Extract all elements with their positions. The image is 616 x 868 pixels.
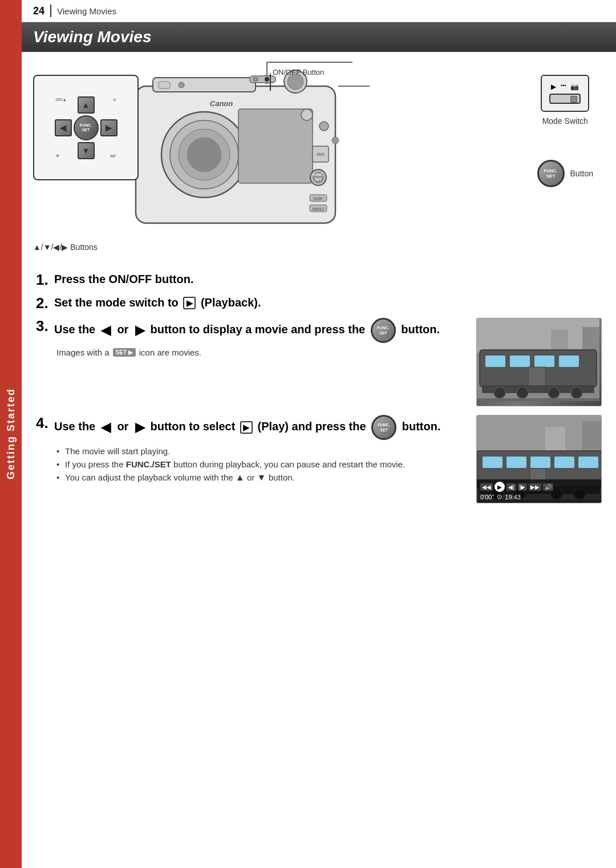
on-off-connector-v <box>270 74 271 91</box>
camera-body-svg: ISO FUNC. SET DISP. MENU Canon <box>102 58 398 246</box>
svg-text:MENU: MENU <box>313 207 325 211</box>
step3-image-part: SET ▶▶ <box>476 318 602 406</box>
main-content: 24 Viewing Movies Viewing Movies ▲ ▼ ◀ ▶… <box>22 0 616 509</box>
sidebar: Getting Started <box>0 0 22 868</box>
page-divider <box>50 5 51 17</box>
remaining-time: 19:43 <box>505 494 521 500</box>
step3-or: or <box>117 323 128 336</box>
step3-func-set-icon: FUNC.SET <box>371 318 396 343</box>
svg-point-48 <box>548 387 560 398</box>
svg-rect-60 <box>530 457 550 468</box>
camera-illustration: ▲ ▼ ◀ ▶ FUNC.SET ISO▲ ⊙ ⊕ MF <box>33 63 605 257</box>
frame-back-btn: ◀| <box>506 483 516 491</box>
step3-bullet: Images with a SET ▶ icon are movies. <box>36 348 465 357</box>
step3-bullet-post: icon are movies. <box>139 348 201 357</box>
step3-number: 3. <box>36 318 54 334</box>
time-row: 0'00" ⊙ 19:43 <box>480 493 598 500</box>
page-number: 24 <box>33 5 44 17</box>
step4-bullet2: If you press the FUNC./SET button during… <box>56 458 465 471</box>
step4-bullet3-post: button. <box>269 473 295 482</box>
mode-switch-icon: ▶ ••• 📷 <box>541 75 589 112</box>
mode-switch-knob <box>570 96 577 103</box>
title-bar: Viewing Movies <box>22 22 616 52</box>
step4-text: Use the ◀ or ▶ button to select ▶ (Play)… <box>54 415 465 440</box>
step4-bullets: The movie will start playing. If you pre… <box>36 445 465 485</box>
up-arrow: ▲ <box>236 473 247 482</box>
step3-arrow-right: ▶ <box>135 323 145 337</box>
train-image-1: SET ▶▶ <box>476 318 602 406</box>
mode-switch-box: ▶ ••• 📷 Mode Switch <box>537 75 593 126</box>
svg-rect-7 <box>159 82 170 88</box>
step4-bullet2-pre: If you press the <box>65 459 124 469</box>
clock-icon: ⊙ <box>497 493 502 500</box>
step4-play-icon: ▶ <box>240 421 253 434</box>
svg-point-15 <box>332 137 339 144</box>
step4-bullet3-or: or <box>247 473 254 482</box>
sidebar-label: Getting Started <box>5 388 17 479</box>
step3-container: 3. Use the ◀ or ▶ button to display a mo… <box>36 318 602 406</box>
right-labels: ▶ ••• 📷 Mode Switch <box>537 75 593 187</box>
step2-line: 2. Set the mode switch to ▶ (Playback). <box>36 295 602 312</box>
step3-bullet-pre: Images with a <box>56 348 110 357</box>
on-off-label: ON/OFF Button <box>273 68 324 76</box>
step2-text: Set the mode switch to ▶ (Playback). <box>54 295 602 310</box>
train-image-2: ◀◀ ▶ ◀| |▶ ▶▶ 🔊 0'00" ⊙ 19:43 <box>476 415 602 503</box>
dpad-right: ▶ <box>100 119 117 136</box>
svg-rect-58 <box>483 457 502 468</box>
dpad-down: ▼ <box>78 142 95 159</box>
step4-func-set-icon: FUNC.SET <box>371 415 396 440</box>
mode-switch-label: Mode Switch <box>542 116 588 126</box>
dpad-inset: ▲ ▼ ◀ ▶ FUNC.SET ISO▲ ⊙ ⊕ MF <box>33 75 139 180</box>
svg-point-17 <box>301 109 313 120</box>
step4-container: 4. Use the ◀ or ▶ button to select ▶ (Pl… <box>36 415 602 503</box>
svg-rect-62 <box>578 457 598 468</box>
corner-tl-label: ISO▲ <box>56 98 67 102</box>
svg-text:SET: SET <box>315 177 322 181</box>
svg-rect-59 <box>506 457 526 468</box>
svg-text:DISP.: DISP. <box>313 197 323 201</box>
step1: 1. Press the ON/OFF button. <box>36 272 602 288</box>
mode-switch-slider <box>549 94 581 104</box>
svg-rect-40 <box>485 356 505 367</box>
step4-text-part: 4. Use the ◀ or ▶ button to select ▶ (Pl… <box>36 415 465 485</box>
step3-line: 3. Use the ◀ or ▶ button to display a mo… <box>36 318 465 343</box>
step1-number: 1. <box>36 272 54 288</box>
dpad: ▲ ▼ ◀ ▶ FUNC.SET ISO▲ ⊙ ⊕ MF <box>55 96 117 159</box>
svg-point-49 <box>571 387 582 398</box>
dpad-up: ▲ <box>78 96 95 114</box>
corner-bl-label: ⊕ <box>56 154 59 158</box>
func-set-box: FUNC. SET Button <box>537 160 593 187</box>
step3-text2: button to display a movie and press the <box>151 323 366 336</box>
diagram-section: ▲ ▼ ◀ ▶ FUNC.SET ISO▲ ⊙ ⊕ MF <box>22 52 616 263</box>
step2-number: 2. <box>36 295 54 312</box>
step2-text-post: (Playback). <box>201 296 261 309</box>
func-set-diagram-label: Button <box>570 169 593 178</box>
step3-badge-text: SET ▶ <box>116 349 133 356</box>
svg-rect-13 <box>253 78 258 81</box>
step2: 2. Set the mode switch to ▶ (Playback). <box>36 295 602 312</box>
controls-row: ◀◀ ▶ ◀| |▶ ▶▶ 🔊 <box>480 482 598 492</box>
step1-line: 1. Press the ON/OFF button. <box>36 272 602 288</box>
instructions: 1. Press the ON/OFF button. 2. Set the m… <box>22 263 616 509</box>
svg-point-5 <box>187 138 221 172</box>
step4-bullet3-pre: You can adjust the playback volume with … <box>65 473 233 482</box>
svg-rect-61 <box>554 457 574 468</box>
step4-text3: (Play) and press the <box>258 420 366 433</box>
current-time: 0'00" <box>480 494 494 500</box>
svg-rect-43 <box>559 356 579 367</box>
frame-forward-btn: |▶ <box>518 483 528 491</box>
step3-text-part: 3. Use the ◀ or ▶ button to display a mo… <box>36 318 465 357</box>
play-btn: ▶ <box>495 482 505 492</box>
step3-set-badge: SET ▶ <box>113 348 136 357</box>
step4-bullet2-bold: FUNC./SET <box>126 459 171 469</box>
step4-image-part: ◀◀ ▶ ◀| |▶ ▶▶ 🔊 0'00" ⊙ 19:43 <box>476 415 602 503</box>
step4-text1: Use the <box>54 420 95 433</box>
step4-bullet2-post: button during playback, you can pause an… <box>173 459 405 469</box>
svg-rect-42 <box>534 356 554 367</box>
svg-rect-50 <box>477 398 599 401</box>
page-subtitle: Viewing Movies <box>57 6 116 16</box>
svg-rect-6 <box>238 109 313 183</box>
svg-rect-41 <box>510 356 530 367</box>
dpad-center: FUNC.SET <box>74 115 99 140</box>
down-arrow: ▼ <box>257 473 269 482</box>
